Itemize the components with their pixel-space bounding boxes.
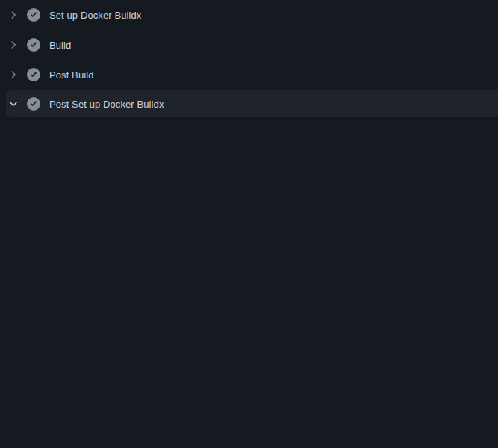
step-label: Build: [49, 40, 71, 51]
log-line: 13time="2021-04-23T18:02:38Z" level=debu…: [0, 320, 498, 335]
step-header-post-set-up-docker-buildx[interactable]: Post Set up Docker Buildx: [6, 90, 498, 117]
log-line: 15time="2021-04-23T18:02:38Z" level=debu…: [0, 350, 498, 365]
step-header-set-up-docker-buildx[interactable]: Set up Docker Buildx: [0, 0, 498, 30]
log-line: 19time="2021-04-23T18:02:38Z" level=debu…: [0, 410, 498, 425]
log-line: 3/usr/bin/docker logs buildx_buildkit_bu…: [0, 156, 498, 171]
log-line: 14time="2021-04-23T18:02:38Z" level=debu…: [0, 335, 498, 350]
step-header-post-build[interactable]: Post Build: [0, 60, 498, 90]
log-line: 17time="2021-04-23T18:02:38Z" level=debu…: [0, 380, 498, 395]
chevron-right-icon: [8, 40, 19, 50]
log-line: 7time="2021-04-23T18:02:37Z" level=warni…: [0, 231, 498, 246]
chevron-right-icon: [8, 69, 19, 80]
check-circle-icon: [27, 97, 40, 111]
log-line: 8time="2021-04-23T18:02:37Z" level=info …: [0, 246, 498, 261]
log-line: 9time="2021-04-23T18:02:37Z" level=warni…: [0, 261, 498, 276]
log-line: 2▼BuildKit container logs: [0, 141, 498, 156]
log-line: linux/riscv64 linux/ppc64le linux/s390x …: [0, 216, 498, 231]
chevron-right-icon: [8, 10, 19, 20]
log-line: application/vnd.oci.image.index.v1+json,…: [0, 425, 498, 440]
log-line: 6time="2021-04-23T18:02:37Z" level=info …: [0, 201, 498, 216]
check-circle-icon: [27, 68, 40, 81]
log-line: 4time="2021-04-23T18:02:37Z" level=info …: [0, 171, 498, 186]
steps-list: Set up Docker Buildx Build: [0, 0, 498, 117]
check-circle-icon: [27, 8, 40, 22]
log-line: 11time="2021-04-23T18:02:38Z" level=debu…: [0, 290, 498, 305]
log-line: 10time="2021-04-23T18:02:37Z" level=info…: [0, 276, 498, 290]
step-label: Set up Docker Buildx: [49, 10, 141, 21]
log-line: 1Post job cleanup.: [0, 126, 498, 141]
log-line: 5time="2021-04-23T18:02:37Z" level=warni…: [0, 186, 498, 201]
log-line: 20time="2021-04-23T18:02:38Z" level=debu…: [0, 440, 498, 448]
log-line: 18time="2021-04-23T18:02:38Z" level=debu…: [0, 395, 498, 410]
workflow-log-viewer: Set up Docker Buildx Build: [0, 0, 498, 448]
step-label: Post Set up Docker Buildx: [49, 99, 164, 110]
log-line: 16time="2021-04-23T18:02:38Z" level=debu…: [0, 365, 498, 380]
step-header-build[interactable]: Build: [0, 30, 498, 60]
step-label: Post Build: [49, 69, 94, 81]
check-circle-icon: [27, 38, 40, 52]
chevron-down-icon: [8, 99, 19, 109]
log-area: 1Post job cleanup. 2▼BuildKit container …: [0, 119, 498, 448]
log-line: 12time="2021-04-23T18:02:38Z" level=debu…: [0, 305, 498, 320]
